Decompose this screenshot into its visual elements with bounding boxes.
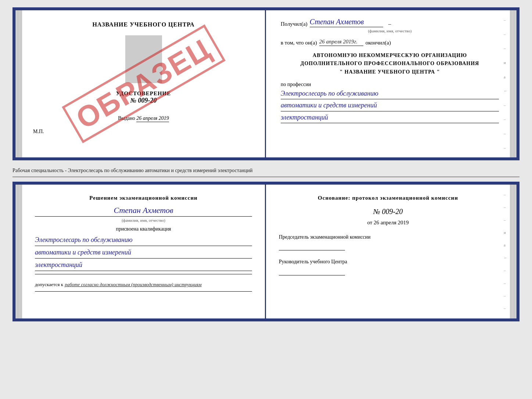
- vydano-line: Выдано 26 апреля 2019: [118, 115, 169, 121]
- protocol-number: № 009-20: [279, 207, 497, 216]
- poluchil-label: Получил(а): [281, 21, 308, 27]
- osnovanie-title: Основание: протокол экзаменационной коми…: [279, 194, 497, 202]
- bottom-left-page: Решением экзаменационной комиссии Степан…: [22, 185, 266, 318]
- bottom-line2: [35, 291, 252, 292]
- poluchil-line: Получил(а) Степан Ахметов –: [281, 18, 499, 27]
- kval-line2: автоматики и средств измерений: [35, 247, 252, 259]
- profession-line1: Электрослесарь по обслуживанию: [281, 89, 499, 99]
- kval-line1: Электрослесарь по обслуживанию: [35, 235, 252, 246]
- dopuskaetsya-block: допускается к работе согласно должностны…: [35, 282, 252, 288]
- top-right-page: Получил(а) Степан Ахметов – (фамилия, им…: [266, 10, 510, 157]
- bottom-document-spread: Решением экзаменационной комиссии Степан…: [12, 182, 520, 321]
- top-document-spread: НАЗВАНИЕ УЧЕБНОГО ЦЕНТРА УДОСТОВЕРЕНИЕ №…: [12, 7, 520, 160]
- right-edge-decoration: – – – и а ← – – – –: [504, 10, 508, 157]
- vtom-line: в том, что он(а) 26 апреля 2019г. окончи…: [281, 39, 499, 46]
- bottom-name: Степан Ахметов: [35, 206, 252, 217]
- spine-right: [510, 10, 517, 157]
- bottom-right-page: Основание: протокол экзаменационной коми…: [266, 185, 510, 318]
- dash-after-name: –: [388, 21, 391, 27]
- separator-label: Рабочая специальность - Электрослесарь п…: [12, 165, 520, 177]
- kval-line3: электростанций: [35, 260, 252, 271]
- predsedatel-block: Председатель экзаменационной комиссии: [279, 233, 497, 250]
- prisvoena-label: присвоена квалификация: [35, 226, 252, 232]
- org-line2: ДОПОЛНИТЕЛЬНОГО ПРОФЕССИОНАЛЬНОГО ОБРАЗО…: [281, 60, 499, 68]
- bottom-spine-left: [15, 185, 22, 318]
- org-line1: АВТОНОМНУЮ НЕКОММЕРЧЕСКУЮ ОРГАНИЗАЦИЮ: [281, 51, 499, 60]
- organization-name: АВТОНОМНУЮ НЕКОММЕРЧЕСКУЮ ОРГАНИЗАЦИЮ ДО…: [281, 51, 499, 76]
- predsedatel-title: Председатель экзаменационной комиссии: [279, 233, 497, 241]
- dopusk-prefix: допускается к: [35, 282, 63, 288]
- rukovoditel-block: Руководитель учебного Центра: [279, 258, 497, 275]
- vtom-prefix: в том, что он(а): [281, 40, 317, 46]
- po-professii-label: по профессии: [281, 82, 499, 88]
- predsedatel-signature-line: [279, 243, 345, 250]
- certificate-number: № 009-20: [116, 97, 171, 104]
- top-left-page: НАЗВАНИЕ УЧЕБНОГО ЦЕНТРА УДОСТОВЕРЕНИЕ №…: [22, 10, 266, 157]
- mp-label: М.П.: [33, 129, 44, 135]
- fio-hint-top: (фамилия, имя, отчество): [281, 29, 499, 33]
- dopusk-text: работе согласно должностным (производств…: [65, 282, 201, 288]
- org-line3: " НАЗВАНИЕ УЧЕБНОГО ЦЕНТРА ": [281, 68, 499, 76]
- protocol-date-value: 26 апреля 2019: [374, 220, 409, 225]
- protocol-date: от 26 апреля 2019: [279, 220, 497, 226]
- vydano-date: 26 апреля 2019: [136, 115, 169, 122]
- spine-left: [15, 10, 22, 157]
- center-title-top: НАЗВАНИЕ УЧЕБНОГО ЦЕНТРА: [92, 21, 194, 28]
- resheniem-title: Решением экзаменационной комиссии: [35, 194, 252, 202]
- profession-line2: автоматики и средств измерений: [281, 101, 499, 111]
- bottom-spine-right: [510, 185, 517, 318]
- udostoverenie-block: УДОСТОВЕРЕНИЕ № 009-20: [116, 90, 171, 104]
- rukovoditel-title: Руководитель учебного Центра: [279, 258, 497, 266]
- recipient-name: Степан Ахметов: [310, 18, 383, 27]
- bottom-right-edge-decoration: – – – и а ← – – – –: [504, 185, 508, 318]
- rukovoditel-signature-line: [279, 268, 345, 275]
- okonchil-label: окончил(а): [366, 40, 391, 46]
- certificate-date: 26 апреля 2019г.: [319, 39, 363, 46]
- bottom-line: [35, 274, 252, 274]
- ot-prefix: от: [367, 220, 372, 225]
- udostoverenie-title: УДОСТОВЕРЕНИЕ: [116, 90, 171, 97]
- photo-placeholder: [125, 35, 162, 83]
- profession-line3: электростанций: [281, 113, 499, 123]
- vydano-label: Выдано: [118, 115, 135, 121]
- fio-hint-bottom: (фамилия, имя, отчество): [35, 218, 252, 222]
